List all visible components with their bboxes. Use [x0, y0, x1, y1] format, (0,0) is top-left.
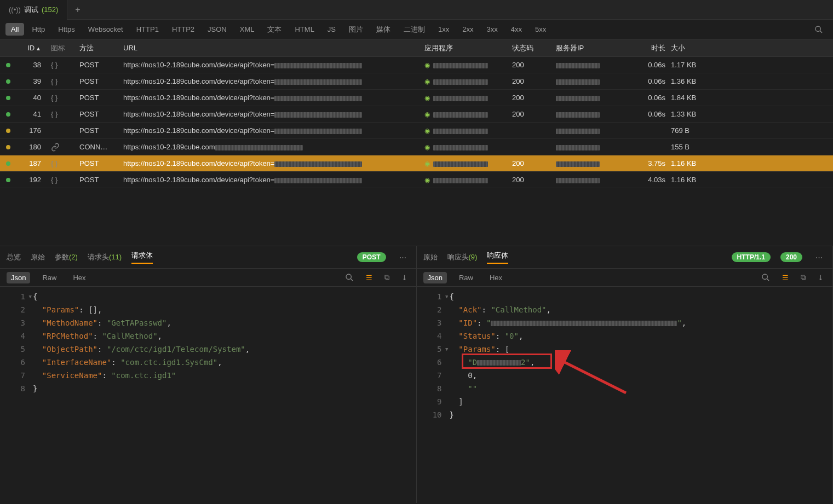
svg-point-4 [762, 274, 767, 279]
cell-type-icon: { } [47, 110, 79, 118]
cell-status: 200 [512, 77, 556, 85]
wifi-icon: ◉ [424, 111, 430, 118]
cell-method: POST [79, 94, 123, 102]
response-body-editor[interactable]: 1▼ 2 3 4 5▼ 6 7 8 9 10 { "Ack": "CallMet… [417, 287, 833, 503]
req-view-json[interactable]: Json [7, 272, 30, 283]
filter-binary[interactable]: 二进制 [398, 22, 430, 37]
cell-ip [556, 159, 627, 167]
col-id[interactable]: ID▲ [16, 44, 47, 52]
search-icon[interactable] [759, 273, 772, 282]
filter-5xx[interactable]: 5xx [530, 23, 551, 36]
resp-tab-headers[interactable]: 响应头(9) [447, 252, 478, 262]
cell-id: 176 [16, 126, 47, 135]
cell-size: 769 B [671, 126, 715, 135]
download-icon[interactable]: ⤓ [399, 274, 410, 282]
filter-xml[interactable]: XML [234, 23, 260, 36]
cell-size: 1.16 KB [671, 159, 715, 167]
download-icon[interactable]: ⤓ [815, 274, 826, 282]
cell-size: 1.84 KB [671, 94, 715, 102]
status-dot-icon [6, 161, 10, 166]
col-method[interactable]: 方法 [79, 43, 123, 53]
filter-https[interactable]: Https [53, 23, 80, 36]
col-ip[interactable]: 服务器IP [556, 43, 627, 53]
filter-all[interactable]: All [5, 23, 24, 36]
filter-js[interactable]: JS [322, 23, 341, 36]
cell-url: https://nos10-2.189cube.com/device/api?t… [123, 94, 424, 102]
col-duration[interactable]: 时长 [627, 43, 671, 53]
table-row[interactable]: 192{ }POSThttps://nos10-2.189cube.com/de… [0, 172, 833, 188]
cell-url: https://nos10-2.189cube.com/device/api?t… [123, 110, 424, 118]
response-tabs: 原始 响应头(9) 响应体 HTTP/1.1 200 ⋯ [417, 246, 833, 268]
cell-id: 192 [16, 176, 47, 184]
col-url[interactable]: URL [123, 44, 424, 52]
wrap-icon[interactable]: ☰ [780, 274, 791, 282]
table-row[interactable]: 38{ }POSThttps://nos10-2.189cube.com/dev… [0, 57, 833, 73]
request-grid[interactable]: 38{ }POSThttps://nos10-2.189cube.com/dev… [0, 57, 833, 246]
cell-duration: 0.06s [627, 77, 671, 85]
more-icon[interactable]: ⋯ [812, 253, 826, 262]
req-tab-params[interactable]: 参数(2) [55, 252, 78, 262]
fold-icon[interactable]: ▼ [445, 290, 448, 303]
cell-size: 1.16 KB [671, 176, 715, 184]
table-row[interactable]: 40{ }POSThttps://nos10-2.189cube.com/dev… [0, 90, 833, 106]
filter-websocket[interactable]: Websocket [83, 23, 129, 36]
req-tab-body[interactable]: 请求体 [131, 251, 153, 264]
search-icon[interactable] [810, 25, 828, 34]
filter-3xx[interactable]: 3xx [481, 23, 503, 36]
request-body-editor[interactable]: 1▼ 2 3 4 5 6 7 8 { "Params": [], "Method… [0, 287, 416, 503]
cell-id: 187 [16, 159, 47, 167]
resp-tab-raw[interactable]: 原始 [423, 252, 438, 262]
filter-2xx[interactable]: 2xx [457, 23, 479, 36]
resp-view-json[interactable]: Json [423, 272, 447, 283]
cell-ip [556, 61, 627, 69]
req-view-hex[interactable]: Hex [68, 272, 90, 283]
copy-icon[interactable]: ⧉ [798, 273, 808, 282]
cell-ip [556, 94, 627, 102]
filter-1xx[interactable]: 1xx [433, 23, 455, 36]
col-status[interactable]: 状态码 [512, 43, 556, 53]
cell-size: 1.17 KB [671, 61, 715, 69]
copy-icon[interactable]: ⧉ [382, 273, 392, 282]
table-row[interactable]: 41{ }POSThttps://nos10-2.189cube.com/dev… [0, 106, 833, 123]
table-row[interactable]: 187{ }POSThttps://nos10-2.189cube.com/de… [0, 155, 833, 172]
search-icon[interactable] [343, 273, 356, 282]
new-tab-button[interactable]: + [67, 5, 88, 15]
req-view-raw[interactable]: Raw [38, 272, 61, 283]
request-tabs: 总览 原始 参数(2) 请求头(11) 请求体 POST ⋯ [0, 246, 416, 268]
svg-point-0 [815, 26, 820, 31]
col-app[interactable]: 应用程序 [424, 43, 512, 53]
resp-view-raw[interactable]: Raw [455, 272, 478, 283]
filter-media[interactable]: 媒体 [371, 22, 396, 37]
filter-json[interactable]: JSON [202, 23, 232, 36]
resp-tab-body[interactable]: 响应体 [487, 251, 508, 264]
filter-4xx[interactable]: 4xx [505, 23, 527, 36]
req-tab-raw[interactable]: 原始 [31, 252, 45, 262]
filter-text[interactable]: 文本 [262, 22, 287, 37]
detail-split: 总览 原始 参数(2) 请求头(11) 请求体 POST ⋯ Json Raw … [0, 246, 833, 503]
wrap-icon[interactable]: ☰ [364, 274, 375, 282]
req-tab-headers[interactable]: 请求头(11) [88, 252, 122, 262]
filter-http[interactable]: Http [26, 23, 50, 36]
resp-view-hex[interactable]: Hex [485, 272, 507, 283]
fold-icon[interactable]: ▼ [29, 290, 32, 303]
session-tab[interactable]: ((•)) 调试(152) [0, 0, 67, 20]
cell-ip [556, 126, 627, 135]
more-icon[interactable]: ⋯ [396, 253, 410, 262]
cell-duration: 3.75s [627, 159, 671, 167]
filter-html[interactable]: HTML [289, 23, 319, 36]
cell-app: ◉ [424, 126, 512, 135]
col-size[interactable]: 大小 [671, 43, 715, 53]
filter-image[interactable]: 图片 [343, 22, 369, 37]
table-row[interactable]: 180CONN…https://nos10-2.189cube.com◉155 … [0, 139, 833, 155]
col-icon[interactable]: 图标 [47, 43, 79, 53]
cell-id: 40 [16, 94, 47, 102]
cell-ip [556, 110, 627, 118]
cell-method: POST [79, 126, 123, 135]
req-tab-overview[interactable]: 总览 [7, 252, 21, 262]
filter-http1[interactable]: HTTP1 [131, 23, 164, 36]
fold-icon[interactable]: ▼ [445, 343, 448, 356]
filter-http2[interactable]: HTTP2 [166, 23, 200, 36]
table-row[interactable]: 39{ }POSThttps://nos10-2.189cube.com/dev… [0, 73, 833, 90]
table-row[interactable]: 176POSThttps://nos10-2.189cube.com/devic… [0, 123, 833, 139]
cell-app: ◉ [424, 94, 512, 102]
